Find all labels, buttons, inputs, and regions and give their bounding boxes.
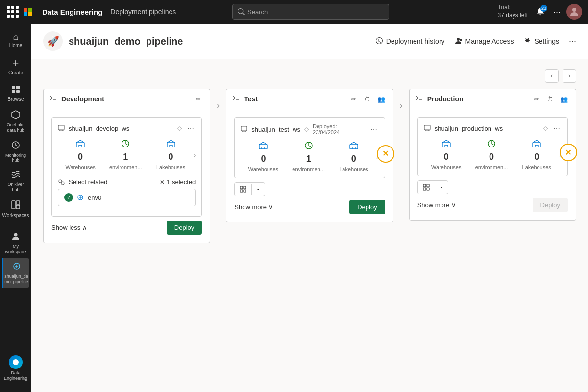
environments-label-prod: environmen...	[475, 164, 508, 170]
test-assign-button[interactable]: 👥	[375, 93, 387, 105]
svg-rect-19	[241, 126, 247, 131]
production-workspace-card: shuaijun_production_ws ◇ ⋯ 0	[417, 117, 568, 176]
related-item-env0[interactable]: ✓ env0	[58, 189, 196, 206]
deploy-button-test[interactable]: Deploy	[349, 200, 385, 214]
workspace-icon-dev	[58, 124, 65, 133]
environments-label-dev: environmen...	[109, 164, 142, 170]
production-workspace-menu[interactable]: ⋯	[552, 123, 562, 133]
sidebar-item-oneriver[interactable]: OnRiverhub	[2, 167, 29, 196]
more-options-button[interactable]: ···	[553, 7, 561, 17]
sidebar-item-oneriver-label: OnRiverhub	[7, 182, 24, 193]
production-workspace-stats: 0 Warehouses 0 environmen...	[424, 139, 562, 170]
select-related-icon	[58, 179, 65, 186]
svg-rect-1	[12, 86, 15, 89]
production-deploy-compare-button[interactable]	[418, 181, 435, 194]
svg-rect-3	[12, 90, 15, 93]
sidebar-item-monitoring[interactable]: Monitoringhub	[2, 137, 29, 167]
selected-count-badge[interactable]: ✕ 1 selected	[160, 178, 196, 186]
test-stage-content: shuaijun_test_ws ◇ Deployed: 23/04/2024 …	[226, 109, 393, 222]
development-stage-header: Development ✏	[43, 89, 210, 109]
nav-next-button[interactable]: ›	[563, 69, 576, 83]
production-history-button[interactable]: ⏱	[544, 93, 556, 105]
workspace-icon-test	[241, 125, 247, 134]
warning-icon-test: ✕	[382, 149, 389, 158]
test-deploy-compare-button[interactable]	[235, 183, 251, 196]
test-diamond-icon: ◇	[304, 126, 309, 133]
chevron-up-icon: ∧	[82, 224, 87, 231]
production-deploy-btn-group	[417, 180, 448, 194]
test-deploy-controls	[234, 182, 385, 196]
avatar[interactable]	[566, 4, 582, 20]
sidebar-item-create-label: Create	[8, 70, 23, 76]
lakehouses-value-test: 0	[351, 154, 356, 164]
stat-environments-dev: 1 environmen...	[103, 139, 148, 170]
sidebar-item-browse[interactable]: Browse	[2, 80, 29, 106]
pipeline-sidebar-icon	[12, 261, 22, 272]
sidebar-item-data-engineering[interactable]: Data Engineering	[2, 352, 29, 384]
production-edit-button[interactable]: ✏	[531, 93, 542, 105]
search-input[interactable]	[247, 8, 384, 16]
sidebar-item-data-engineering-label: Data Engineering	[4, 370, 27, 381]
development-diamond-icon: ◇	[177, 125, 182, 132]
deploy-button-dev[interactable]: Deploy	[167, 220, 202, 235]
sidebar-item-browse-label: Browse	[7, 97, 24, 102]
production-assign-button[interactable]: 👥	[558, 93, 570, 105]
topbar-right: Trial: 37 days left 23 ···	[498, 4, 582, 20]
sidebar-item-myworkspace[interactable]: Myworkspace	[2, 228, 29, 258]
warehouses-label-dev: Warehouses	[65, 164, 95, 170]
search-bar[interactable]	[232, 4, 389, 20]
select-related-label[interactable]: Select related	[69, 178, 156, 186]
svg-point-10	[14, 233, 18, 236]
show-less-label: Show less	[51, 224, 80, 231]
development-edit-button[interactable]: ✏	[192, 93, 204, 105]
environments-label-test: environmen...	[292, 166, 325, 172]
sidebar-item-workspaces[interactable]: Workspaces	[2, 196, 29, 222]
sidebar-item-onelake[interactable]: OneLakedata hub	[2, 107, 29, 136]
test-workspace-menu[interactable]: ⋯	[369, 124, 379, 134]
close-selection-icon[interactable]: ✕	[160, 179, 165, 186]
test-deployed-text: Deployed: 23/04/2024	[313, 123, 365, 135]
svg-rect-27	[424, 125, 430, 130]
warehouse-icon-prod	[442, 139, 451, 150]
deploy-button-prod[interactable]: Deploy	[533, 198, 568, 212]
development-workspace-card: shuaijun_develop_ws ◇ ⋯ 0	[51, 117, 202, 217]
production-stage-header: Production ✏ ⏱ 👥	[409, 89, 576, 109]
test-deploy-dropdown-button[interactable]	[251, 184, 265, 195]
sidebar-item-create[interactable]: + Create	[2, 54, 29, 79]
show-less-button[interactable]: Show less ∧	[51, 221, 87, 234]
settings-label: Settings	[534, 37, 559, 45]
show-more-button-test[interactable]: Show more ∨	[234, 200, 273, 214]
sidebar-divider	[8, 225, 24, 225]
people-icon	[455, 37, 463, 46]
stat-warehouses-test: 0 Warehouses	[241, 141, 286, 172]
show-more-button-prod[interactable]: Show more ∨	[417, 198, 457, 212]
development-stage-actions: ✏	[192, 93, 204, 105]
deployment-history-button[interactable]: Deployment history	[375, 37, 445, 46]
apps-grid-icon[interactable]	[6, 5, 20, 19]
nav-prev-button[interactable]: ‹	[545, 69, 559, 83]
development-workspace-menu[interactable]: ⋯	[186, 123, 196, 133]
sidebar-item-home[interactable]: ⌂ Home	[2, 27, 29, 53]
settings-button[interactable]: Settings	[523, 37, 559, 46]
sidebar-item-myworkspace-label: Myworkspace	[5, 244, 26, 255]
production-deploy-dropdown-button[interactable]	[435, 182, 448, 193]
microsoft-logo	[24, 8, 32, 16]
svg-rect-4	[16, 90, 20, 93]
workspaces-icon	[11, 200, 21, 211]
more-page-actions-button[interactable]: ···	[569, 36, 576, 47]
svg-rect-2	[16, 86, 20, 89]
development-stage-icon	[49, 94, 57, 104]
production-workspace-header: shuaijun_production_ws ◇ ⋯	[424, 123, 562, 133]
test-history-button[interactable]: ⏱	[362, 93, 373, 105]
test-workspace-header: shuaijun_test_ws ◇ Deployed: 23/04/2024 …	[241, 123, 378, 135]
production-stage-content: shuaijun_production_ws ◇ ⋯ 0	[409, 109, 576, 220]
warehouse-icon-test	[259, 141, 268, 152]
sidebar-item-pipeline[interactable]: shuaijun_demo_pipeline	[2, 258, 29, 288]
development-stage-content: shuaijun_develop_ws ◇ ⋯ 0	[43, 109, 210, 243]
sidebar-item-workspaces-label: Workspaces	[2, 213, 29, 219]
notifications-button[interactable]: 23	[534, 5, 547, 19]
test-edit-button[interactable]: ✏	[348, 93, 360, 105]
manage-access-button[interactable]: Manage Access	[455, 37, 514, 46]
sidebar-item-onelake-label: OneLakedata hub	[7, 122, 25, 133]
pipeline-canvas: ‹ › Development ✏	[31, 59, 588, 392]
